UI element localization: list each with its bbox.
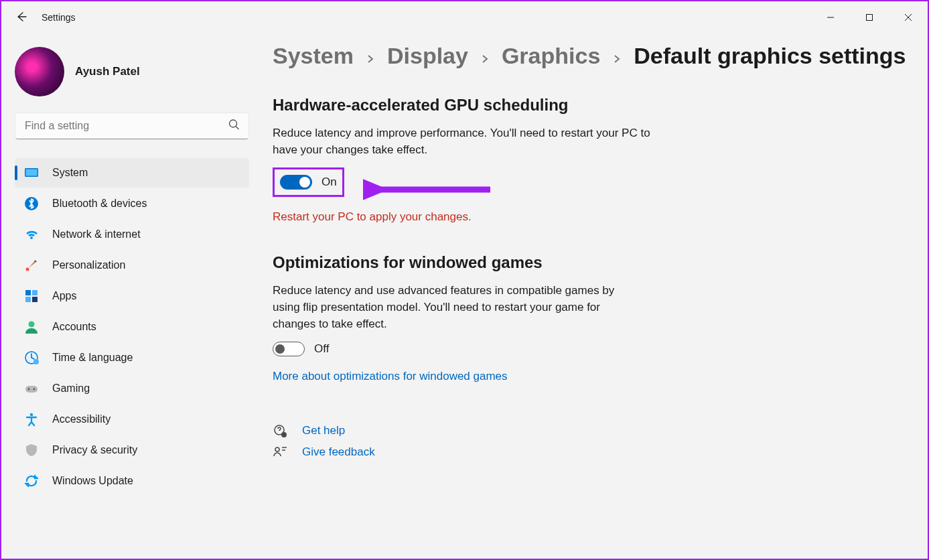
svg-rect-9 (32, 297, 38, 302)
gaming-icon (24, 381, 39, 396)
app-title: Settings (42, 12, 76, 23)
svg-point-10 (29, 322, 35, 328)
gpu-scheduling-toggle[interactable] (280, 175, 312, 190)
accounts-icon (24, 320, 39, 334)
nav-label: Accounts (52, 321, 96, 333)
breadcrumb-item[interactable]: System (273, 43, 354, 69)
nav-item-personalization[interactable]: Personalization (15, 251, 249, 280)
chevron-right-icon (480, 43, 490, 69)
nav-item-bluetooth[interactable]: Bluetooth & devices (15, 189, 249, 218)
svg-rect-7 (32, 290, 38, 295)
svg-point-15 (33, 389, 35, 391)
svg-rect-0 (867, 15, 873, 21)
chevron-right-icon (612, 43, 622, 69)
svg-rect-13 (25, 386, 38, 393)
breadcrumb-item[interactable]: Display (387, 43, 468, 69)
nav-label: Time & language (52, 352, 133, 364)
svg-point-16 (30, 413, 33, 416)
nav-item-system[interactable]: System (15, 158, 249, 188)
bluetooth-icon (24, 196, 39, 211)
svg-rect-8 (25, 297, 31, 302)
nav-item-time[interactable]: Time & language (15, 343, 249, 372)
section-desc-windowed: Reduce latency and use advanced features… (273, 283, 628, 332)
svg-point-12 (33, 359, 39, 364)
feedback-link[interactable]: Give feedback (302, 445, 375, 459)
svg-point-14 (28, 389, 30, 391)
clock-icon (24, 350, 39, 365)
nav-item-network[interactable]: Network & internet (15, 220, 249, 249)
nav-label: Apps (52, 290, 76, 302)
svg-point-5 (26, 268, 29, 271)
nav-label: Network & internet (52, 228, 141, 240)
nav-label: Windows Update (52, 475, 133, 487)
restart-warning: Restart your PC to apply your changes. (273, 210, 914, 224)
help-icon: ? (273, 423, 287, 438)
minimize-button[interactable] (811, 4, 850, 31)
get-help-link[interactable]: Get help (302, 424, 345, 437)
nav-label: Bluetooth & devices (52, 198, 147, 210)
title-bar-left: Settings (1, 11, 76, 24)
breadcrumb-item[interactable]: Graphics (502, 43, 600, 69)
profile[interactable]: Ayush Patel (15, 47, 251, 96)
section-heading-gpu: Hardware-accelerated GPU scheduling (273, 96, 914, 115)
maximize-button[interactable] (850, 4, 889, 31)
gpu-toggle-label: On (321, 176, 337, 189)
windowed-toggle-label: Off (314, 342, 329, 356)
nav-label: Gaming (52, 382, 90, 395)
shield-icon (24, 443, 39, 458)
section-desc-gpu: Reduce latency and improve performance. … (273, 125, 661, 158)
main-panel: System Display Graphics Default graphics… (273, 43, 928, 559)
nav-item-accessibility[interactable]: Accessibility (15, 405, 249, 434)
nav-item-privacy[interactable]: Privacy & security (15, 435, 249, 465)
gpu-toggle-highlight: On (273, 167, 344, 197)
svg-rect-6 (25, 290, 31, 295)
close-button[interactable] (889, 4, 928, 31)
apps-icon (24, 289, 39, 303)
nav-item-update[interactable]: Windows Update (15, 466, 249, 496)
windowed-games-toggle[interactable] (273, 342, 305, 356)
system-icon (24, 165, 39, 180)
nav-label: Personalization (52, 259, 125, 271)
svg-point-1 (230, 120, 237, 127)
search-wrapper (15, 113, 249, 139)
update-icon (24, 474, 39, 488)
profile-name: Ayush Patel (75, 65, 140, 78)
breadcrumb: System Display Graphics Default graphics… (273, 43, 914, 69)
search-input[interactable] (15, 113, 249, 139)
window-controls (811, 4, 928, 31)
windowed-toggle-row: Off (273, 342, 329, 356)
feedback-icon (273, 445, 287, 460)
search-icon (228, 119, 240, 133)
section-heading-windowed: Optimizations for windowed games (273, 253, 914, 272)
avatar (15, 47, 64, 96)
breadcrumb-current: Default graphics settings (634, 43, 906, 69)
nav-label: Privacy & security (52, 444, 137, 456)
paintbrush-icon (24, 258, 39, 273)
nav-list: System Bluetooth & devices Network & int… (15, 158, 251, 496)
nav-label: System (52, 167, 88, 179)
wifi-icon (24, 227, 39, 242)
nav-item-apps[interactable]: Apps (15, 281, 249, 311)
sidebar: Ayush Patel System Bluetooth & devices N… (1, 33, 256, 559)
accessibility-icon (24, 412, 39, 427)
more-windowed-link[interactable]: More about optimizations for windowed ga… (273, 370, 508, 383)
chevron-right-icon (366, 43, 375, 69)
feedback-row: Give feedback (273, 445, 914, 460)
svg-rect-3 (26, 169, 38, 176)
nav-item-gaming[interactable]: Gaming (15, 374, 249, 403)
get-help-row: ? Get help (273, 423, 914, 438)
nav-item-accounts[interactable]: Accounts (15, 312, 249, 342)
back-button[interactable] (16, 11, 27, 24)
svg-point-20 (275, 447, 279, 451)
nav-label: Accessibility (52, 413, 111, 425)
title-bar: Settings (1, 1, 928, 33)
